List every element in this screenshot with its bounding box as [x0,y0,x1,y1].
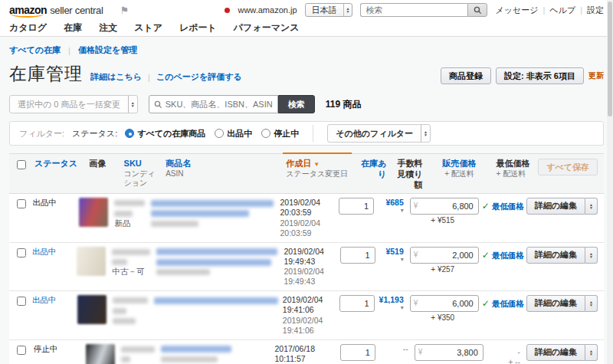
row-status[interactable]: 出品中 [29,295,74,305]
row-created-date: 2019/02/04 19:49:43 [284,247,333,267]
row-status-changed-date: 2019/02/04 19:49:43 [284,267,333,287]
inventory-table: ステータス 画像 SKU コンディション 商品名 ASIN 作成日 ▼ ステータ… [9,153,604,364]
select-all-checkbox[interactable] [17,160,26,169]
price-input[interactable] [421,202,477,211]
check-icon: ✓ [482,298,490,309]
row-min-price: ✓最低価格 [479,247,523,261]
qty-input[interactable] [340,247,375,264]
header-price[interactable]: 販売価格 [443,159,477,168]
vertical-scrollbar[interactable] [607,0,613,364]
inventory-search-button[interactable]: 検索 [278,95,315,113]
filter-radio-all[interactable]: すべての在庫商品 [125,128,205,139]
row-checkbox[interactable] [17,346,26,355]
header-name[interactable]: 商品名 [166,159,191,168]
global-search-button[interactable] [467,3,487,17]
nav-inventory[interactable]: 在庫 [64,21,82,34]
row-product-name [151,295,280,305]
row-status: 出品中 [29,198,76,208]
yen-symbol: ¥ [411,251,421,261]
table-row: 停止中 2017/06/18 10:11:57 2019/01/05 07:06… [9,340,604,364]
filter-radio-active[interactable]: 出品中 [215,128,252,139]
row-checkbox[interactable] [17,248,26,257]
min-price-link[interactable]: 最低価格 [492,251,524,260]
price-input[interactable] [421,299,477,308]
table-header-row: ステータス 画像 SKU コンディション 商品名 ASIN 作成日 ▼ ステータ… [9,154,604,194]
inventory-search-input[interactable] [166,100,273,109]
more-filters-button[interactable]: その他のフィルター ▲▼ [327,124,431,143]
edit-dropdown-button[interactable]: ▲▼ [585,198,598,215]
nav-orders[interactable]: 注文 [99,21,117,34]
price-input[interactable] [421,251,477,260]
messages-link[interactable]: メッセージ [495,5,538,16]
bulk-action-select[interactable]: 選択中の 0 商品を一括変更 ▲▼ [9,95,138,113]
qty-input[interactable] [339,295,375,312]
row-checkbox[interactable] [17,199,26,208]
row-fee: ¥685▾ [375,198,407,215]
header-fee: 手数料見積り額 [389,159,425,190]
edit-details-button[interactable]: 詳細の編集 [526,198,585,215]
edit-dropdown-button[interactable]: ▲▼ [585,247,598,264]
rate-page-link[interactable]: このページを評価する [156,71,242,83]
price-input[interactable] [425,348,482,357]
product-image [77,247,106,276]
row-sku [118,344,158,364]
scrollbar-thumb[interactable] [608,2,612,116]
yen-symbol: ¥ [411,299,421,309]
row-sku: 中古－可 [109,247,153,277]
filter-radio-inactive[interactable]: 停止中 [261,128,299,139]
chevron-updown-icon: ▲▼ [128,96,137,113]
table-row: 出品中 中古－可 2019/02/04 19:49:43 2019/02/04 … [9,243,604,292]
row-shipping: + ¥350 [410,313,476,323]
table-row: 出品中 2019/02/04 19:41:06 2019/02/04 19:41… [9,291,604,340]
header-status[interactable]: ステータス [31,159,86,169]
row-status: 停止中 [31,344,83,354]
learn-more-link[interactable]: 詳細はこちら [90,71,142,83]
header-qty[interactable]: 在庫あり [352,159,389,180]
row-fee: -- [377,344,411,354]
language-select[interactable]: 日本語 ▲▼ [305,3,353,17]
global-search-input[interactable] [360,3,467,17]
header-created-sorted[interactable]: 作成日 ▼ ステータス変更日 [283,152,352,179]
edit-details-button[interactable]: 詳細の編集 [526,344,585,361]
table-row: 出品中 新品 2019/02/04 20:03:59 2019/02/04 20… [9,194,604,243]
row-fee: ¥519▾ [377,247,407,264]
edit-dropdown-button[interactable]: ▲▼ [585,344,598,361]
qty-input[interactable] [339,198,374,215]
check-icon: ✓ [482,250,490,261]
min-price-link[interactable]: 最低価格 [492,299,524,308]
settings-link[interactable]: 設定 [587,5,604,16]
breadcrumb-all-inventory[interactable]: すべての在庫 [9,44,61,56]
edit-details-button[interactable]: 詳細の編集 [526,247,585,264]
row-checkbox[interactable] [17,297,26,306]
row-status[interactable]: 出品中 [29,247,74,257]
yen-symbol: ¥ [415,348,426,358]
page-title: 在庫管理 [9,62,83,86]
row-created-date: 2017/06/18 10:11:57 [275,344,334,364]
flag-icon[interactable]: ⚑ [120,5,129,16]
nav-performance[interactable]: パフォーマンス [234,21,300,34]
edit-details-button[interactable]: 詳細の編集 [526,295,585,312]
row-fee: ¥1,193▾ [376,295,407,312]
nav-store[interactable]: ストア [134,21,162,34]
qty-input[interactable] [340,344,375,361]
edit-dropdown-button[interactable]: ▲▼ [585,295,598,312]
header-sku[interactable]: SKU [124,159,142,168]
preferences-button[interactable]: 設定: 非表示 6項目 [496,67,584,84]
nav-reports[interactable]: レポート [179,21,217,34]
nav-catalog[interactable]: カタログ [9,21,47,34]
min-price-link[interactable]: 最低価格 [492,202,524,211]
row-shipping: + ¥257 [410,265,476,275]
save-all-button[interactable]: すべて保存 [538,159,598,175]
refresh-link[interactable]: 更新 [588,71,604,81]
add-product-button[interactable]: 商品登録 [441,67,491,84]
seller-central-logo[interactable]: amazon seller central [9,4,103,16]
breadcrumb-manage-pricing[interactable]: 価格設定を管理 [78,44,137,56]
breadcrumb: すべての在庫 | 価格設定を管理 [9,44,604,56]
search-icon [154,100,162,109]
chevron-updown-icon: ▲▼ [421,125,430,142]
item-count: 119 商品 [326,98,362,111]
radio-icon [125,129,134,138]
row-status-changed-date: 2019/02/04 19:41:06 [283,316,333,336]
help-link[interactable]: ヘルプ [549,5,575,16]
product-image [86,344,115,364]
